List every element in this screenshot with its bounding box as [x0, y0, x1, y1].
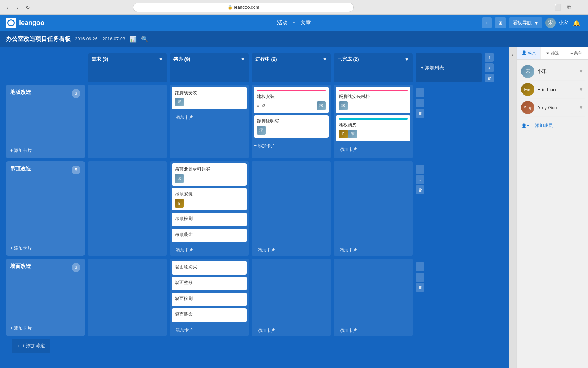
move-up-btn[interactable]: ↑	[485, 53, 494, 62]
board-title: 办公室改造项目任务看板	[6, 35, 71, 43]
nav-dot: •	[293, 20, 295, 26]
card-12[interactable]: 墙面粉刷	[172, 293, 247, 306]
card-1[interactable]: 踢脚线安装 宋	[172, 87, 247, 109]
window-button[interactable]: ⧉	[564, 3, 573, 12]
card-4[interactable]: 踢脚线安装材料 宋	[336, 87, 410, 113]
delete-lane3[interactable]: 🗑	[416, 283, 424, 292]
search-icon[interactable]: 🔍	[141, 36, 148, 43]
bookmark-button[interactable]: ⬜	[553, 3, 562, 12]
browser-actions: ⬜ ⧉ ⋮	[553, 3, 584, 12]
card-4-title: 踢脚线安装材料	[339, 93, 408, 100]
move-down-btn[interactable]: ↓	[485, 63, 494, 72]
done-chevron[interactable]: ▼	[405, 57, 409, 62]
move-down-lane1[interactable]: ↓	[416, 99, 424, 107]
move-down-lane3[interactable]: ↓	[416, 273, 424, 282]
right-sidebar: 👤 成员 ▼ 筛选 ≡ 菜单 宋 小宋	[516, 47, 588, 368]
board-header: 办公室改造项目任务看板 2016-06-26 ~ 2016-07-08 📊 🔍	[0, 31, 588, 47]
tab-filter[interactable]: ▼ 筛选	[541, 47, 564, 59]
need-title: 需求 (3)	[92, 56, 108, 63]
delete-lane2[interactable]: 🗑	[416, 185, 424, 194]
member-3-filter[interactable]: ▼	[578, 105, 584, 110]
delete-lane1[interactable]: 🗑	[416, 109, 424, 118]
card-9[interactable]: 吊顶装饰	[172, 229, 247, 242]
nav-activity[interactable]: 活动	[277, 20, 287, 26]
lane-1-title: 地板改造	[10, 89, 80, 96]
doing-chevron[interactable]: ▼	[323, 57, 327, 62]
card-13-title: 墙面装饰	[175, 311, 244, 318]
card-11[interactable]: 墙面整形	[172, 277, 247, 290]
menu-dots-button[interactable]: ⋮	[576, 3, 584, 12]
add-card-todo-2[interactable]: + 添加卡片	[172, 247, 247, 254]
tab-menu[interactable]: ≡ 菜单	[564, 47, 588, 59]
toggle-icon: ›	[512, 52, 513, 57]
move-down-lane2[interactable]: ↓	[416, 175, 424, 184]
add-card-doing-3[interactable]: + 添加卡片	[254, 328, 329, 334]
add-card-lane-1[interactable]: + 添加卡片	[10, 148, 80, 154]
members-label: 成员	[528, 50, 536, 56]
logo-area[interactable]: leangoo	[6, 18, 44, 28]
add-card-doing-1[interactable]: + 添加卡片	[254, 143, 329, 149]
header-actions: + ⊞ 看板导航 ▼ 宋 小宋 🔔	[482, 17, 582, 28]
done-lane1: 踢脚线安装材料 宋 地板购买 E 宋	[334, 85, 413, 158]
move-up-lane3[interactable]: ↑	[416, 262, 424, 271]
add-card-doing-2[interactable]: + 添加卡片	[254, 247, 329, 254]
user-avatar[interactable]: 宋	[545, 18, 556, 28]
card-4-avatar: 宋	[339, 101, 348, 110]
todo-header: 待办 (9) ▼	[170, 53, 249, 66]
done-title: 已完成 (2)	[337, 56, 359, 63]
need-header: 需求 (3) ▼	[88, 53, 167, 66]
column-doing-header: 进行中 (2) ▼	[252, 53, 331, 82]
card-2[interactable]: 地板安装 ≡ 1/3 宋	[254, 87, 329, 113]
lock-icon: 🔒	[227, 5, 233, 10]
card-10[interactable]: 墙面漆购买	[172, 261, 247, 275]
card-6-avatars: 宋	[175, 174, 244, 183]
card-3[interactable]: 踢脚线购买 宋	[254, 115, 329, 138]
nav-center: 活动 • 文章	[277, 20, 311, 26]
board-date: 2016-06-26 ~ 2016-07-08	[75, 36, 125, 42]
board-nav-button[interactable]: 看板导航 ▼	[509, 17, 542, 28]
move-up-lane2[interactable]: ↑	[416, 165, 424, 174]
add-card-lane-2[interactable]: + 添加卡片	[10, 245, 80, 251]
move-up-lane1[interactable]: ↑	[416, 88, 424, 97]
card-3-avatar: 宋	[257, 126, 266, 135]
need-chevron[interactable]: ▼	[159, 57, 163, 62]
tab-members[interactable]: 👤 成员	[517, 47, 541, 59]
add-swimlane-button[interactable]: + + 添加泳道	[12, 339, 50, 353]
card-6[interactable]: 吊顶龙骨材料购买 宋	[172, 163, 247, 186]
add-card-done-3[interactable]: + 添加卡片	[336, 328, 410, 334]
add-card-done-1[interactable]: + 添加卡片	[336, 146, 410, 153]
member-1-filter[interactable]: ▼	[578, 68, 584, 74]
add-member-button[interactable]: 👤+ + 添加成员	[517, 120, 588, 132]
card-8-title: 吊顶粉刷	[175, 216, 244, 222]
add-card-todo-3[interactable]: + 添加卡片	[172, 327, 247, 333]
doing-lane2: + 添加卡片	[252, 161, 331, 256]
grid-icon: ⊞	[498, 20, 502, 26]
todo-chevron[interactable]: ▼	[241, 57, 245, 62]
card-1-avatars: 宋	[175, 98, 244, 106]
add-card-lane-3[interactable]: + 添加卡片	[10, 325, 80, 332]
bell-button[interactable]: 🔔	[571, 17, 582, 28]
add-card-todo-1[interactable]: + 添加卡片	[172, 114, 247, 121]
address-bar[interactable]: 🔒 leangoo.com	[133, 3, 354, 12]
card-13[interactable]: 墙面装饰	[172, 308, 247, 322]
member-item-3: Amy Amy Guo ▼	[520, 99, 585, 117]
card-5[interactable]: 地板购买 E 宋	[336, 115, 410, 141]
member-3-avatar: Amy	[521, 101, 534, 114]
chart-icon[interactable]: 📊	[129, 36, 137, 43]
grid-view-button[interactable]: ⊞	[495, 17, 506, 28]
nav-article[interactable]: 文章	[301, 20, 311, 26]
doing-header: 进行中 (2) ▼	[252, 53, 331, 66]
add-button[interactable]: +	[482, 17, 492, 28]
member-3-avatar-inner: Amy	[521, 101, 534, 114]
card-8[interactable]: 吊顶粉刷	[172, 213, 247, 226]
reload-button[interactable]: ↻	[24, 4, 32, 11]
add-card-done-2[interactable]: + 添加卡片	[336, 247, 410, 254]
add-list-button[interactable]: + 添加列表	[416, 53, 482, 82]
member-2-filter[interactable]: ▼	[578, 86, 584, 92]
card-7[interactable]: 吊顶安装 E	[172, 188, 247, 210]
back-button[interactable]: ‹	[4, 4, 11, 11]
sidebar-toggle[interactable]: ›	[509, 47, 516, 368]
delete-col-btn[interactable]: 🗑	[485, 74, 494, 82]
card-9-title: 吊顶装饰	[175, 231, 244, 238]
forward-button[interactable]: ›	[14, 4, 21, 11]
